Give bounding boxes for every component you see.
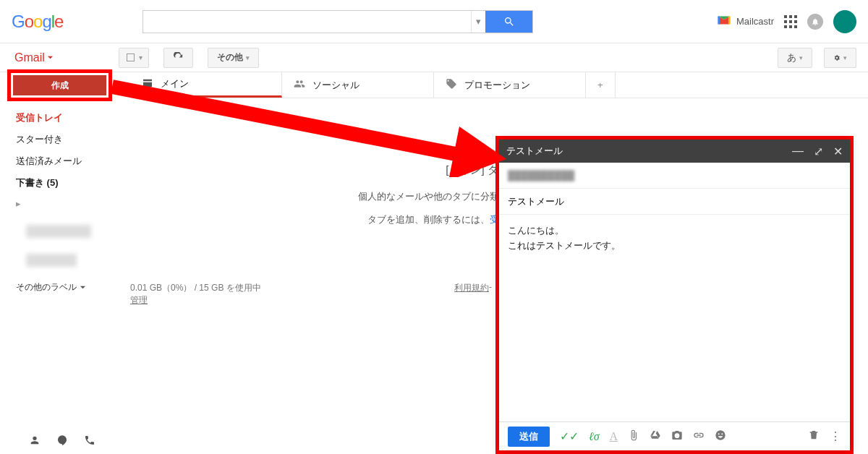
phone-icon[interactable] [84, 434, 95, 448]
mailcastr-label: Mailcastr [736, 16, 774, 27]
hangouts-icon[interactable] [56, 434, 68, 448]
drive-icon[interactable] [650, 429, 661, 444]
refresh-icon [173, 52, 184, 63]
compose-highlight-annotation: 作成 [7, 69, 112, 101]
compose-title: テストメール [506, 145, 792, 158]
promotions-icon [446, 78, 457, 92]
compose-subject-input[interactable] [508, 196, 841, 207]
nav-inbox[interactable]: 受信トレイ [16, 111, 123, 124]
compose-body[interactable]: こんにちは。 これはテストメールです。 [499, 215, 850, 421]
header: Google ▾ Mailcastr [0, 0, 868, 43]
mailcastr-button[interactable]: Mailcastr [716, 12, 774, 30]
compose-window-controls: — ⤢ ✕ [792, 145, 843, 158]
tab-primary[interactable]: メイン [130, 72, 282, 98]
tab-label: メイン [161, 77, 189, 90]
lang-label: あ [787, 51, 796, 64]
search-bar: ▾ [142, 10, 533, 33]
gmail-product-label[interactable]: Gmail [14, 51, 54, 64]
compose-to-row[interactable]: ██████████ [499, 163, 850, 189]
attach-icon[interactable] [628, 429, 639, 444]
compose-body-line: こんにちは。 [508, 223, 841, 239]
redacted-label [26, 225, 91, 238]
hangouts-icons [29, 434, 95, 448]
settings-button[interactable]: ▾ [824, 48, 856, 68]
mail-toolbar: ▾ その他 ▾ [119, 48, 259, 68]
nav-drafts[interactable]: 下書き (5) [16, 176, 123, 189]
social-icon [294, 78, 305, 92]
search-icon [503, 16, 515, 27]
chevron-down-icon [80, 284, 86, 291]
nav-starred[interactable]: スター付き [16, 133, 123, 146]
gear-icon [833, 54, 841, 61]
search-button[interactable] [485, 11, 532, 33]
emoji-icon[interactable] [715, 429, 726, 444]
tab-label: ソーシャル [312, 79, 359, 92]
nav-sent[interactable]: 送信済みメール [16, 155, 123, 168]
compose-window: テストメール — ⤢ ✕ ██████████ こんにちは。 これはテストメール… [499, 140, 850, 450]
mailcastr-icon [716, 12, 732, 30]
refresh-button[interactable] [163, 48, 193, 68]
tab-social[interactable]: ソーシャル [282, 72, 434, 98]
more-labels-toggle[interactable]: その他のラベル [16, 281, 123, 294]
nav-list: 受信トレイ スター付き 送信済みメール 下書き (5) ▸ [0, 106, 123, 267]
compose-highlight-annotation-2: テストメール — ⤢ ✕ ██████████ こんにちは。 これはテストメール… [495, 136, 854, 454]
terms-link[interactable]: 利用規約 [454, 282, 489, 453]
photo-icon[interactable] [671, 429, 683, 444]
google-logo[interactable]: Google [12, 12, 63, 32]
header-right: Mailcastr [716, 10, 856, 33]
format-icon[interactable]: A [610, 430, 618, 443]
link-icon[interactable] [693, 429, 705, 444]
compose-button[interactable]: 作成 [13, 75, 106, 95]
manage-storage-link[interactable]: 管理 [130, 294, 261, 307]
person-icon[interactable] [29, 434, 41, 448]
more-button[interactable]: その他 ▾ [208, 48, 259, 68]
tab-add[interactable]: + [586, 72, 616, 98]
toolbar: Gmail ▾ その他 ▾ あ ▾ ▾ [0, 43, 868, 72]
compose-body-line: これはテストメールです。 [508, 239, 841, 254]
primary-icon [142, 77, 153, 91]
tab-promotions[interactable]: プロモーション [434, 72, 586, 98]
compose-toolbar: 送信 ✓✓ ℓσ A ⋮ [499, 421, 850, 450]
compose-to-value: ██████████ [508, 170, 574, 181]
mailcastr-track-icon[interactable]: ✓✓ [560, 429, 579, 443]
account-avatar[interactable] [833, 10, 856, 33]
redacted-label [26, 254, 77, 267]
chevron-down-icon [47, 54, 54, 61]
more-label: その他 [217, 51, 243, 64]
tab-label: プロモーション [464, 79, 530, 92]
minimize-icon[interactable]: — [792, 145, 804, 158]
select-all-button[interactable]: ▾ [119, 48, 149, 68]
search-options-dropdown[interactable]: ▾ [471, 11, 485, 33]
storage-info: 0.01 GB（0%） / 15 GB を使用中 管理 [130, 282, 261, 453]
signature-icon[interactable]: ℓσ [589, 430, 600, 443]
category-tabs: メイン ソーシャル プロモーション + [130, 72, 868, 98]
apps-icon[interactable] [784, 15, 797, 28]
input-method-button[interactable]: あ ▾ [778, 48, 812, 68]
checkbox-icon [127, 53, 135, 61]
more-options-icon[interactable]: ⋮ [830, 429, 841, 443]
compose-titlebar[interactable]: テストメール — ⤢ ✕ [499, 140, 850, 163]
send-button[interactable]: 送信 [508, 427, 550, 447]
expand-icon[interactable]: ⤢ [814, 145, 823, 158]
trash-icon[interactable] [808, 429, 820, 444]
gmail-label-text: Gmail [14, 51, 45, 64]
notifications-icon[interactable] [807, 14, 823, 30]
sidebar: 作成 受信トレイ スター付き 送信済みメール 下書き (5) ▸ その他のラベル [0, 72, 123, 294]
compose-subject-row[interactable] [499, 189, 850, 215]
close-icon[interactable]: ✕ [833, 145, 843, 158]
more-labels-text: その他のラベル [16, 281, 77, 294]
search-input[interactable] [143, 11, 471, 33]
